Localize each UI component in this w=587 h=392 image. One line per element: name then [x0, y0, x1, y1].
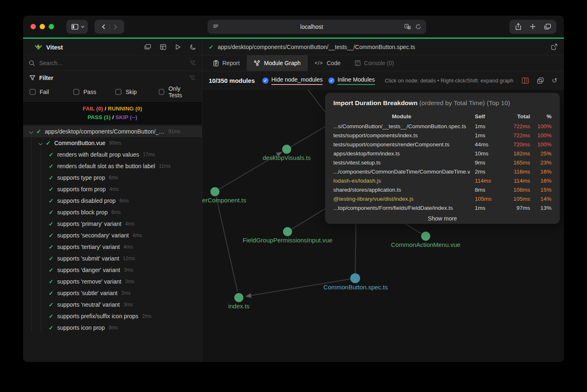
hide-node-modules-toggle[interactable]: ✓ Hide node_modules	[262, 76, 323, 85]
self-time: 114ms	[472, 178, 498, 184]
import-row[interactable]: @testing-library/vue/dist/index.js 105ms…	[333, 194, 552, 203]
graph-node-label: FieldGroupPermissionsInput.vue	[243, 237, 332, 244]
tree-row-test[interactable]: ✓supports 'primary' variant4ms	[23, 218, 202, 230]
tree-row-test[interactable]: ✓renders default slot as the button labe…	[23, 160, 202, 172]
tab-overview-icon[interactable]	[544, 23, 551, 30]
back-button[interactable]	[102, 24, 106, 29]
address-bar[interactable]: localhost A文	[207, 20, 426, 34]
tree-row-test[interactable]: ✓supports type prop6ms	[23, 172, 202, 183]
run-all-icon[interactable]	[175, 44, 181, 50]
reset-graph-icon[interactable]: ↺	[552, 77, 557, 85]
inline-modules-toggle[interactable]: ✓ Inline Modules	[328, 76, 375, 85]
percent: 16%	[533, 169, 552, 175]
graph-node[interactable]	[421, 232, 430, 241]
pass-check-icon: ✓	[49, 255, 54, 262]
test-duration: 2ms	[121, 290, 131, 296]
filter-checkbox-skip[interactable]: Skip	[116, 89, 158, 95]
graph-node-entry[interactable]	[350, 273, 360, 283]
graph-node[interactable]	[282, 145, 291, 154]
percent: 13%	[533, 205, 552, 211]
import-row[interactable]: shared/stores/application.ts 8ms 108ms 1…	[333, 185, 552, 194]
tree-row-test[interactable]: ✓supports 'secondary' variant4ms	[23, 230, 202, 241]
tab-module-graph[interactable]: Module Graph	[247, 55, 308, 71]
percent: 25%	[533, 150, 552, 157]
sidebar-panel-icon	[71, 24, 78, 30]
pass-check-icon: ✓	[46, 140, 51, 146]
import-row[interactable]: tests/support/components/index.ts 1ms 72…	[333, 131, 552, 140]
graph-node[interactable]	[283, 227, 292, 236]
chevron-down-icon[interactable]	[29, 129, 33, 134]
minimize-window-button[interactable]	[40, 24, 45, 29]
tree-row-test[interactable]: ✓supports block prop6ms	[23, 207, 202, 218]
tree-row-test[interactable]: ✓supports 'neutral' variant3ms	[23, 299, 202, 310]
tab-code[interactable]: </> Code	[308, 55, 348, 71]
total-time: 720ms	[500, 141, 530, 148]
translate-icon[interactable]: A文	[404, 24, 411, 30]
tree-row-test[interactable]: ✓supports 'tertiary' variant4ms	[23, 241, 202, 253]
dashboard-icon[interactable]	[144, 44, 151, 50]
new-tab-icon[interactable]	[530, 23, 536, 30]
tree-row-file[interactable]: ✓ apps/desktop/components/CommonButton/_…	[23, 126, 202, 137]
test-duration: 3ms	[123, 302, 133, 307]
graph-node[interactable]	[210, 187, 219, 196]
reader-view-icon[interactable]	[212, 24, 219, 29]
tree-row-test[interactable]: ✓supports 'danger' variant3ms	[23, 264, 202, 276]
import-row[interactable]: ...s/CommonButton/__tests__/CommonButton…	[333, 122, 552, 131]
forward-button[interactable]	[112, 24, 117, 29]
show-more-button[interactable]: Show more	[333, 215, 552, 222]
percent: 16%	[533, 178, 552, 184]
open-external-icon[interactable]	[551, 44, 557, 50]
tree-row-test[interactable]: ✓supports prefix/suffix icon props2ms	[23, 310, 202, 322]
tab-console[interactable]: Console (0)	[348, 55, 401, 71]
import-row[interactable]: tests/vitest.setup.ts 9ms 165ms 23%	[333, 158, 552, 167]
pass-check-icon: ✓	[49, 232, 54, 239]
tree-row-test[interactable]: ✓supports disabled prop6ms	[23, 195, 202, 207]
filter-checkbox-fail[interactable]: Fail	[30, 89, 73, 95]
reload-icon[interactable]	[415, 24, 421, 30]
import-row[interactable]: lodash-es/lodash.js 114ms 114ms 16%	[333, 176, 552, 185]
import-row[interactable]: tests/support/components/renderComponent…	[333, 140, 552, 149]
tree-row-test[interactable]: ✓supports form prop4ms	[23, 183, 202, 195]
sidebar-toggle-button[interactable]	[66, 20, 88, 34]
dark-mode-icon[interactable]	[190, 44, 196, 50]
clipboard-icon	[213, 60, 219, 66]
tree-row-test[interactable]: ✓supports icon prop3ms	[23, 322, 202, 333]
tree-row-suite[interactable]: ✓ CommonButton.vue 90ms	[23, 137, 202, 149]
test-name: supports form prop	[57, 186, 106, 192]
chevron-down-icon	[81, 24, 84, 28]
tree-row-test[interactable]: ✓renders with default prop values17ms	[23, 149, 202, 160]
tree-row-test[interactable]: ✓supports 'submit' variant12ms	[23, 253, 202, 264]
legend-book-icon[interactable]	[522, 77, 529, 84]
import-row[interactable]: apps/desktop/form/index.ts 10ms 182ms 25…	[333, 149, 552, 158]
import-row[interactable]: .../components/CommonDateTime/CommonDate…	[333, 167, 552, 176]
pass-check-icon: ✓	[49, 278, 54, 285]
tree-row-test[interactable]: ✓supports 'subtle' variant2ms	[23, 287, 202, 299]
module-name: ...top/components/Form/fields/FieldDate/…	[333, 205, 470, 211]
graph-node[interactable]	[234, 293, 243, 302]
search-input[interactable]	[39, 60, 186, 66]
checkbox-icon	[30, 89, 35, 95]
self-time: 1ms	[472, 132, 498, 138]
summary-line-2: PASS (1) / SKIP (--)	[23, 113, 202, 122]
clear-filter-icon[interactable]	[189, 75, 196, 81]
filter-header: Filter	[23, 71, 202, 85]
coverage-icon[interactable]: 31	[160, 44, 166, 50]
module-graph-canvas[interactable]: desktopVisuals.ts erComponent.ts FieldGr…	[202, 90, 564, 362]
chevron-down-icon[interactable]	[39, 141, 43, 145]
close-window-button[interactable]	[31, 24, 36, 29]
percent: 15%	[533, 187, 552, 193]
pass-check-icon: ✓	[49, 174, 54, 181]
import-row[interactable]: ...top/components/Form/fields/FieldDate/…	[333, 203, 552, 212]
total-time: 105ms	[500, 196, 530, 202]
test-duration: 91ms	[168, 129, 180, 134]
share-icon[interactable]	[515, 23, 521, 30]
toggle-label: Hide node_modules	[271, 76, 323, 85]
tree-row-test[interactable]: ✓supports 'remove' variant3ms	[23, 276, 202, 287]
tab-report[interactable]: Report	[206, 55, 247, 71]
filter-checkbox-pass[interactable]: Pass	[73, 89, 116, 95]
zoom-window-button[interactable]	[49, 24, 54, 29]
filter-checkbox-only-tests[interactable]: Only Tests	[159, 85, 195, 99]
clear-filter-icon[interactable]	[190, 61, 196, 66]
column-percent: %	[533, 113, 552, 120]
layout-windows-icon[interactable]	[537, 77, 544, 84]
